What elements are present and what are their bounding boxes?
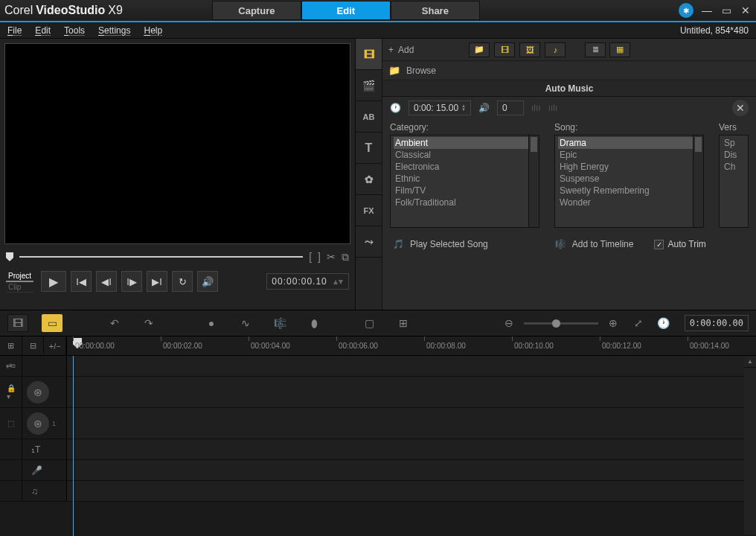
home-button[interactable]: I◀ <box>71 271 92 292</box>
fit-project-icon[interactable]: ⤢ <box>628 314 649 332</box>
volume-button[interactable]: 🔊 <box>197 271 218 292</box>
list-item[interactable]: High Energy <box>558 161 700 173</box>
multicam-icon[interactable]: ⊞ <box>393 314 414 332</box>
browse-button[interactable]: Browse <box>406 66 436 76</box>
list-item[interactable]: Ch <box>723 161 745 173</box>
scrollbar[interactable] <box>528 135 539 227</box>
list-item[interactable]: Drama <box>558 137 700 149</box>
filter-video-icon[interactable]: 🎞 <box>494 42 515 57</box>
next-frame-button[interactable]: I▶ <box>121 271 142 292</box>
fade-out-icon[interactable]: ıılı <box>548 103 558 113</box>
end-button[interactable]: ▶I <box>147 271 167 292</box>
zoom-out-icon[interactable]: ⊖ <box>499 314 519 332</box>
tab-title-icon[interactable]: T <box>356 133 382 164</box>
preview-timecode[interactable]: 00:00:00.10 ▴▾ <box>266 273 349 290</box>
filter-photo-icon[interactable]: 🖼 <box>519 42 540 57</box>
filter-audio-icon[interactable]: ♪ <box>545 42 566 57</box>
list-item[interactable]: Epic <box>558 149 700 161</box>
tab-capture[interactable]: Capture <box>212 1 301 20</box>
mark-out-icon[interactable]: ] <box>318 251 321 264</box>
list-item[interactable]: Sweetly Remembering <box>558 185 700 197</box>
duration-field[interactable]: 0:00: 15.00▲▼ <box>409 100 471 115</box>
list-item[interactable]: Classical <box>394 149 536 161</box>
view-list-icon[interactable]: ≣ <box>585 42 606 57</box>
auto-trim-checkbox[interactable]: ✓Auto Trim <box>654 239 705 249</box>
zoom-slider[interactable] <box>524 322 598 325</box>
play-button[interactable]: ▶ <box>41 271 66 292</box>
scrub-bar[interactable] <box>19 256 303 258</box>
folder-icon[interactable]: 📁 <box>469 42 490 57</box>
version-list[interactable]: SpDisCh <box>719 135 749 228</box>
title-track-icon[interactable]: ₁T <box>31 444 40 455</box>
playhead-line[interactable] <box>73 356 74 536</box>
motion-tracking-icon[interactable]: ⬮ <box>304 314 324 332</box>
close-panel-icon[interactable]: ✕ <box>732 100 749 116</box>
list-item[interactable]: Ethnic <box>394 173 536 185</box>
welcome-icon[interactable]: ✱ <box>679 3 693 18</box>
maximize-button[interactable]: ▭ <box>720 4 732 16</box>
overlay-track[interactable] <box>67 408 756 438</box>
mark-in-icon[interactable]: [ <box>309 251 312 264</box>
marker-track[interactable] <box>67 356 756 376</box>
menu-file[interactable]: File <box>7 25 22 36</box>
list-item[interactable]: Suspense <box>558 173 700 185</box>
menu-edit[interactable]: Edit <box>35 25 51 36</box>
list-item[interactable]: Sp <box>723 137 745 149</box>
menu-help[interactable]: Help <box>144 25 162 36</box>
song-list[interactable]: DramaEpicHigh EnergySuspenseSweetly Reme… <box>554 135 704 228</box>
category-list[interactable]: AmbientClassicalElectronicaEthnicFilm/TV… <box>390 135 539 228</box>
playback-mode[interactable]: Project Clip <box>6 271 33 293</box>
list-item[interactable]: Film/TV <box>394 185 536 197</box>
tab-transition-icon[interactable]: AB <box>356 101 382 133</box>
preview-viewport[interactable] <box>4 43 350 244</box>
zoom-in-icon[interactable]: ⊕ <box>603 314 624 332</box>
video-track-icon[interactable]: ⊛ <box>27 381 49 403</box>
storyboard-view-icon[interactable]: 🎞 <box>7 314 28 332</box>
tracks-scrollbar[interactable]: ▲ <box>744 356 756 535</box>
tab-filter-icon[interactable]: FX <box>356 195 382 226</box>
enlarge-icon[interactable]: ⧉ <box>342 251 349 264</box>
tab-graphic-icon[interactable]: ✿ <box>356 164 382 195</box>
tab-path-icon[interactable]: ⤳ <box>356 226 382 258</box>
add-button[interactable]: +Add <box>388 45 414 55</box>
view-grid-icon[interactable]: ▦ <box>609 42 630 57</box>
minimize-button[interactable]: — <box>701 4 713 16</box>
list-item[interactable]: Ambient <box>394 137 536 149</box>
voice-track-icon[interactable]: 🎤 <box>31 465 42 476</box>
title-track[interactable] <box>67 439 756 459</box>
list-item[interactable]: Dis <box>723 149 745 161</box>
prev-frame-button[interactable]: ◀I <box>96 271 117 292</box>
folder-tab-icon[interactable]: 📁 <box>388 65 400 76</box>
music-track-icon[interactable]: ♫ <box>31 486 38 497</box>
video-track-tools[interactable]: 🔒▾ <box>0 377 22 407</box>
menu-tools[interactable]: Tools <box>64 25 85 36</box>
fade-in-icon[interactable]: ılıı <box>531 103 541 113</box>
sound-mixer-icon[interactable]: ∿ <box>235 314 256 332</box>
cut-icon[interactable]: ✂ <box>327 251 336 264</box>
track-manager-icon[interactable]: ⊟ <box>22 336 45 355</box>
redo-icon[interactable]: ↷ <box>138 314 159 332</box>
play-selected-button[interactable]: 🎵Play Selected Song <box>393 239 488 249</box>
tab-edit[interactable]: Edit <box>301 1 391 20</box>
scroll-up-icon[interactable]: ▲ <box>744 356 756 368</box>
tab-share[interactable]: Share <box>391 1 480 20</box>
close-button[interactable]: ✕ <box>740 4 752 16</box>
undo-icon[interactable]: ↶ <box>104 314 125 332</box>
list-item[interactable]: Electronica <box>394 161 536 173</box>
subtitle-icon[interactable]: ▢ <box>359 314 379 332</box>
toggle-all-tracks-icon[interactable]: ⊞ <box>0 336 22 355</box>
timeline-view-icon[interactable]: ▭ <box>42 314 63 332</box>
add-to-timeline-button[interactable]: 🎼Add to Timeline <box>555 239 634 249</box>
timeline-timecode[interactable]: 0:00:00.00 <box>685 315 749 331</box>
volume-field[interactable]: 0 <box>497 100 524 115</box>
ripple-toggle[interactable]: ⇄≡ <box>0 356 22 376</box>
repeat-button[interactable]: ↻ <box>172 271 193 292</box>
project-duration-icon[interactable]: 🕐 <box>653 314 674 332</box>
list-item[interactable]: Folk/Traditional <box>394 197 536 208</box>
video-track[interactable] <box>67 377 756 407</box>
overlay-track-tools[interactable]: ⬚ <box>0 408 22 438</box>
menu-settings[interactable]: Settings <box>98 25 130 36</box>
auto-music-icon[interactable]: 🎼 <box>269 314 290 332</box>
scrollbar[interactable] <box>693 135 703 227</box>
voice-track[interactable] <box>67 460 756 480</box>
